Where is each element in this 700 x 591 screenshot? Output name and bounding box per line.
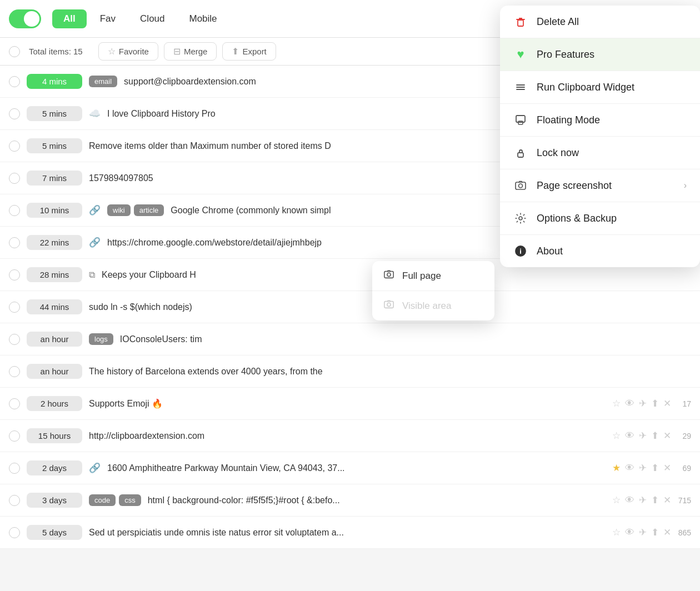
svg-rect-10 <box>384 272 393 278</box>
item-tags: logs <box>89 333 113 345</box>
preview-button[interactable]: 👁 <box>625 463 634 474</box>
screenshot-item-label: Visible area <box>402 300 452 312</box>
menu-item-run-clipboard-widget[interactable]: Run Clipboard Widget <box>500 71 700 104</box>
list-item: 5 daysSed ut perspiciatis unde omnis ist… <box>0 517 700 549</box>
send-button[interactable]: ✈ <box>639 494 647 506</box>
menu-item-delete-all[interactable]: Delete All <box>500 6 700 38</box>
send-button[interactable]: ✈ <box>639 430 647 442</box>
menu-icon <box>513 146 528 160</box>
tab-all[interactable]: All <box>52 9 87 28</box>
list-item: 15 hourshttp://clipboardextension.com☆👁✈… <box>0 420 700 452</box>
item-checkbox[interactable] <box>9 366 20 377</box>
item-checkbox[interactable] <box>9 463 20 474</box>
item-text: http://clipboardextension.com <box>89 431 606 441</box>
send-button[interactable]: ✈ <box>639 398 647 409</box>
menu-item-label: Delete All <box>537 16 579 28</box>
send-button[interactable]: ✈ <box>639 527 647 538</box>
select-all-checkbox[interactable] <box>9 46 20 57</box>
item-checkbox[interactable] <box>9 302 20 313</box>
tab-fav[interactable]: Fav <box>89 9 127 28</box>
item-actions: ☆👁✈⬆✕17 <box>612 398 691 409</box>
menu-item-floating-mode[interactable]: Floating Mode <box>500 104 700 137</box>
upload-button[interactable]: ⬆ <box>651 398 659 409</box>
delete-button[interactable]: ✕ <box>663 527 671 538</box>
star-button[interactable]: ☆ <box>612 527 621 538</box>
item-checkbox[interactable] <box>9 237 20 248</box>
item-time: 5 mins <box>27 138 82 153</box>
preview-button[interactable]: 👁 <box>625 398 634 409</box>
upload-button[interactable]: ⬆ <box>651 527 659 538</box>
menu-icon <box>513 80 528 94</box>
svg-rect-4 <box>518 153 523 157</box>
menu-icon <box>513 113 528 127</box>
item-time: 7 mins <box>27 171 82 186</box>
upload-button[interactable]: ⬆ <box>651 430 659 442</box>
menu-icon <box>513 14 528 29</box>
item-checkbox[interactable] <box>9 430 20 442</box>
tag-article-tag: article <box>134 204 164 216</box>
menu-item-label: Run Clipboard Widget <box>537 82 634 93</box>
item-text: Supports Emoji 🔥 <box>89 398 606 409</box>
menu-item-pro-features[interactable]: ♥Pro Features <box>500 38 700 71</box>
toggle-switch[interactable] <box>9 9 41 28</box>
send-button[interactable]: ✈ <box>639 462 647 474</box>
screenshot-submenu: Full pageVisible area <box>372 261 494 320</box>
menu-item-label: Pro Features <box>537 49 594 61</box>
delete-button[interactable]: ✕ <box>663 430 671 442</box>
svg-point-11 <box>387 273 391 276</box>
preview-button[interactable]: 👁 <box>625 495 634 506</box>
item-checkbox[interactable] <box>9 495 20 506</box>
item-checkbox[interactable] <box>9 76 20 87</box>
star-button[interactable]: ☆ <box>612 430 621 442</box>
export-icon: ⬆ <box>232 46 239 57</box>
tab-group: All Fav Cloud Mobile <box>52 9 228 28</box>
merge-button[interactable]: ⊟ Merge <box>164 42 217 61</box>
menu-item-options-&-backup[interactable]: Options & Backup <box>500 202 700 235</box>
item-actions: ☆👁✈⬆✕865 <box>612 527 691 538</box>
export-button[interactable]: ⬆ Export <box>222 42 276 61</box>
star-button[interactable]: ★ <box>612 462 621 474</box>
tab-mobile[interactable]: Mobile <box>178 9 228 28</box>
svg-point-6 <box>519 184 523 188</box>
screenshot-submenu-item-full-page[interactable]: Full page <box>372 261 494 291</box>
item-text: 1600 Amphitheatre Parkway Mountain View,… <box>107 463 606 473</box>
favorite-button[interactable]: ☆ Favorite <box>98 42 158 61</box>
dropdown-menu: Delete All♥Pro FeaturesRun Clipboard Wid… <box>500 6 700 267</box>
item-checkbox[interactable] <box>9 205 20 216</box>
preview-button[interactable]: 👁 <box>625 527 634 538</box>
item-tags: codecss <box>89 494 141 506</box>
item-time: 2 days <box>27 460 82 475</box>
item-text: html { background-color: #f5f5f5;}#root … <box>148 495 606 505</box>
item-checkbox[interactable] <box>9 398 20 409</box>
tab-cloud[interactable]: Cloud <box>129 9 176 28</box>
delete-button[interactable]: ✕ <box>663 462 671 474</box>
delete-button[interactable]: ✕ <box>663 494 671 506</box>
screenshot-submenu-item-visible-area[interactable]: Visible area <box>372 291 494 320</box>
tag-code-tag: code <box>89 494 116 506</box>
item-actions: ★👁✈⬆✕69 <box>612 462 691 474</box>
star-button[interactable]: ☆ <box>612 494 621 506</box>
star-button[interactable]: ☆ <box>612 398 621 409</box>
item-time: an hour <box>27 332 82 347</box>
item-tags: wikiarticle <box>107 204 164 216</box>
item-checkbox[interactable] <box>9 527 20 538</box>
item-checkbox[interactable] <box>9 108 20 119</box>
upload-button[interactable]: ⬆ <box>651 494 659 506</box>
item-checkbox[interactable] <box>9 141 20 152</box>
delete-button[interactable]: ✕ <box>663 398 671 409</box>
item-checkbox[interactable] <box>9 334 20 345</box>
item-checkbox[interactable] <box>9 173 20 184</box>
item-checkbox[interactable] <box>9 269 20 281</box>
svg-point-13 <box>387 303 391 306</box>
copy-icon: ⧉ <box>89 270 95 280</box>
list-item: an hourlogsIOConsoleUsers: tim <box>0 323 700 355</box>
menu-item-lock-now[interactable]: Lock now <box>500 137 700 169</box>
item-time: 4 mins <box>27 74 82 89</box>
preview-button[interactable]: 👁 <box>625 430 634 442</box>
upload-button[interactable]: ⬆ <box>651 462 659 474</box>
menu-item-about[interactable]: About <box>500 235 700 267</box>
link-icon: 🔗 <box>89 237 101 248</box>
menu-item-page-screenshot[interactable]: Page screenshot› <box>500 169 700 202</box>
total-items-label: Total items: 15 <box>29 47 83 56</box>
item-time: 2 hours <box>27 396 82 411</box>
